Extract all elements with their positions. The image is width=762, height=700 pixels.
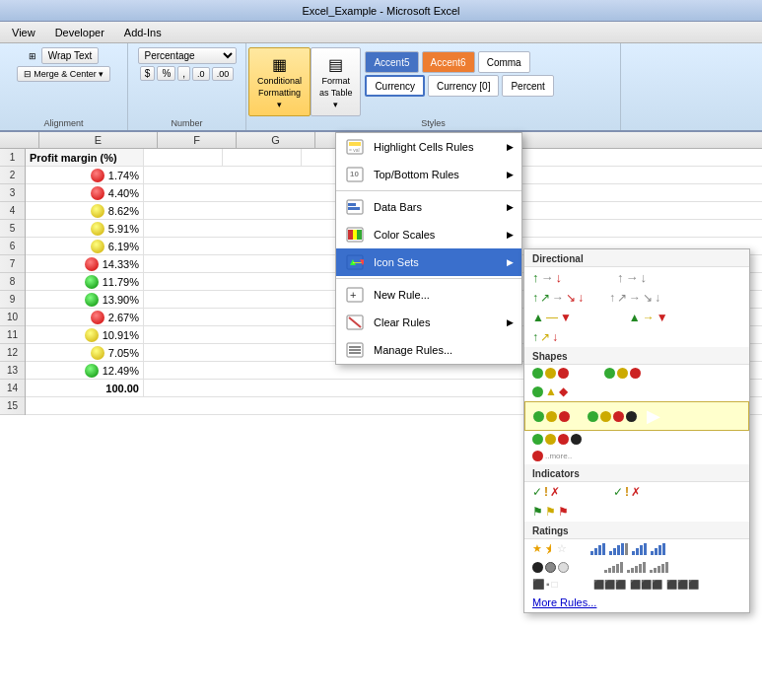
icon-set-display: ✓ ! ✗ [532,485,560,499]
clear-rules-label: Clear Rules [374,316,430,328]
currency-style-button[interactable]: Currency [365,75,425,97]
topbottom-rules-item[interactable]: 10 Top/Bottom Rules [336,161,521,188]
submenu-item-shp5[interactable]: ..more.. [524,448,749,464]
icon-set-display-2: ✓ ! ✗ [613,485,641,499]
submenu-item-rat2[interactable] [524,558,749,576]
merge-center-chevron: ▾ [99,69,104,79]
merge-center-button[interactable]: ⊟ Merge & Center ▾ [17,66,110,82]
highlight-cells-rules-item[interactable]: = val Highlight Cells Rules [336,133,521,161]
topbottom-icon: 10 [344,166,366,183]
submenu-item-shp2[interactable]: ▲ ◆ [524,382,749,401]
styles-group-label: Styles [246,118,620,128]
svg-rect-22 [349,349,361,351]
icon-set-display: ⬛ ▪ □ [532,579,558,590]
svg-rect-9 [348,230,353,240]
format-as-table-icon: ▤ [328,55,343,74]
manage-rules-label: Manage Rules... [374,344,452,356]
data-bars-item[interactable]: Data Bars [336,193,521,221]
ribbon-group-styles: ▦ Conditional Formatting ▾ ▤ Format as T… [246,43,621,130]
submenu-item-dir2[interactable]: ↑ ↗ → ↘ ↓ ↑ ↗ → ↘ ↓ [524,288,749,308]
highlight-cells-icon: = val [344,138,366,156]
menu-developer[interactable]: Developer [47,25,112,40]
clear-rules-icon [344,314,366,331]
increase-decimal-button[interactable]: .00 [212,67,235,81]
dot-indicator [91,169,104,182]
submenu-item-shp3[interactable]: ▶ [524,401,749,431]
icon-sets-icon: ▲—▼ [344,253,366,271]
comma-button[interactable]: , [177,66,190,81]
icon-set-display [532,562,569,573]
conditional-formatting-icon: ▦ [272,55,287,74]
icon-set-display-2: ▲ → ▼ [629,311,668,324]
icon-sets-label: Icon Sets [374,256,419,268]
clear-rules-item[interactable]: Clear Rules [336,309,521,336]
more-rules-link[interactable]: More Rules... [524,593,749,612]
svg-text:= val: = val [349,147,360,153]
decrease-decimal-button[interactable]: .0 [192,67,210,81]
comma-style-button[interactable]: Comma [478,51,530,73]
svg-rect-21 [349,346,361,348]
color-scales-item[interactable]: Color Scales [336,221,521,248]
submenu-item-shp1[interactable] [524,365,749,382]
submenu-item-ind1[interactable]: ✓ ! ✗ ✓ ! ✗ [524,482,749,502]
color-scales-icon [344,226,366,244]
directional-section-label: Directional [524,249,749,267]
icon-set-more-bars [604,561,668,573]
currency-zero-style-button[interactable]: Currency [0] [428,75,499,97]
col-header-e: E [39,132,158,148]
icon-set-display: ▲ — ▼ [532,311,572,324]
col-header-g: G [237,132,315,148]
manage-rules-icon [344,341,366,359]
submenu-item-shp4[interactable] [524,431,749,448]
alignment-group-label: Alignment [0,118,127,128]
conditional-formatting-menu: = val Highlight Cells Rules 10 Top/Botto… [335,132,522,365]
icon-set-display: ↑ ↗ ↓ [532,330,558,344]
conditional-formatting-button[interactable]: ▦ Conditional Formatting ▾ [248,47,311,116]
icon-sets-item[interactable]: ▲—▼ Icon Sets Directional ↑ → ↓ [336,248,521,276]
currency-button[interactable]: $ [140,66,156,81]
dot-indicator [85,275,99,289]
dot-indicator [85,257,99,271]
dot-indicator [91,240,104,253]
new-rule-item[interactable]: + New Rule... [336,281,521,309]
accent5-style-button[interactable]: Accent5 [365,51,418,73]
new-rule-label: New Rule... [374,289,430,301]
menu-view[interactable]: View [4,25,43,40]
menu-divider-1 [336,190,521,191]
highlight-cells-label: Highlight Cells Rules [374,141,474,153]
row-header-spacer [0,132,39,148]
topbottom-label: Top/Bottom Rules [374,169,459,180]
ribbon-group-number: Percentage General Number Currency $ % ,… [128,43,246,130]
indicators-section-label: Indicators [524,464,749,482]
wrap-text-button[interactable]: Wrap Text [41,47,100,64]
percent-style-button[interactable]: Percent [502,75,553,97]
dot-indicator [91,204,104,218]
submenu-item-rat3[interactable]: ⬛ ▪ □ ⬛⬛⬛ ⬛⬛⬛ ⬛⬛⬛ [524,576,749,593]
manage-rules-item[interactable]: Manage Rules... [336,336,521,364]
icon-set-display: ↑ → ↓ [532,270,562,285]
title-text: Excel_Example - Microsoft Excel [302,5,459,17]
menu-addins[interactable]: Add-Ins [116,25,170,40]
row-headers: 1 2 3 4 5 6 7 8 9 10 11 12 13 14 15 [0,149,26,415]
icon-set-display-2: ↑ → ↓ [617,270,647,285]
icon-set-display: ▲ ◆ [532,385,568,398]
submenu-item-dir4[interactable]: ↑ ↗ ↓ [524,327,749,347]
svg-rect-23 [349,352,361,354]
ribbon: ⊞ Wrap Text ⊟ Merge & Center ▾ Alignment… [0,43,762,132]
conditional-formatting-label: Conditional [257,76,302,86]
accent6-style-button[interactable]: Accent6 [422,51,475,73]
submenu-item-dir1[interactable]: ↑ → ↓ ↑ → ↓ [524,267,749,288]
header-cell-profit: Profit margin (%) [26,149,144,166]
submenu-item-rat1[interactable]: ★ ⯨ ☆ [524,539,749,558]
alignment-icon: ⊞ [29,51,36,61]
number-format-select[interactable]: Percentage General Number Currency [138,47,237,64]
icon-set-display: ..more.. [532,451,572,461]
format-as-table-button[interactable]: ▤ Format as Table ▾ [311,47,361,116]
percent-button[interactable]: % [157,66,175,81]
dot-indicator [91,311,104,324]
icon-sets-submenu: Directional ↑ → ↓ ↑ → ↓ [523,248,750,613]
submenu-item-dir3[interactable]: ▲ — ▼ ▲ → ▼ [524,308,749,327]
icon-set-display-2 [588,411,637,422]
dot-indicator [91,222,104,236]
submenu-item-ind2[interactable]: ⚑ ⚑ ⚑ [524,502,749,522]
